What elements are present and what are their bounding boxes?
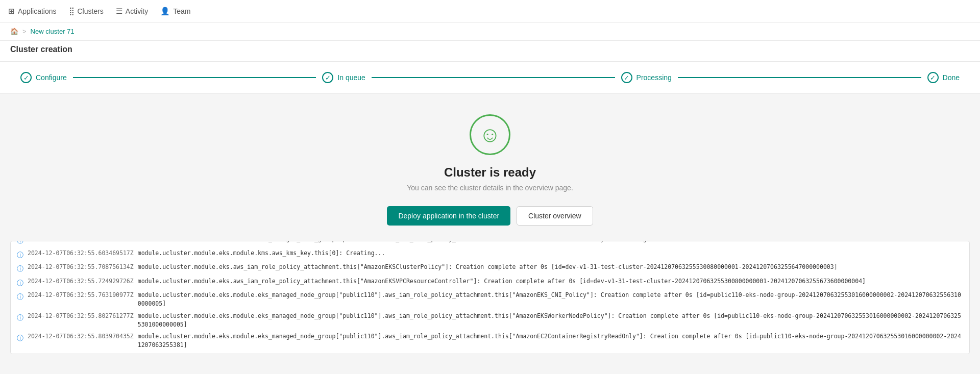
log-area: ⓘ 2024-12-07T06:32:55.559965302Z module.… [10,241,970,354]
clusters-icon: ⣿ [69,7,75,16]
log-message: module.ucluster.module.eks.module.eks_ma… [138,291,963,309]
log-line: ⓘ 2024-12-07T06:32:55.708756134Z module.… [11,261,969,276]
log-line: ⓘ 2024-12-07T06:32:55.600523829Z module.… [11,241,969,247]
log-line: ⓘ 2024-12-07T06:32:55.603469517Z module.… [11,247,969,262]
step-line-2 [372,77,615,78]
stepper: ✓ Configure ✓ In queue ✓ Processing ✓ Do… [0,62,980,94]
log-info-icon: ⓘ [17,313,23,323]
log-info-icon: ⓘ [17,292,23,302]
step-line-1 [73,77,316,78]
nav-team-label: Team [173,7,190,15]
applications-icon: ⊞ [8,7,15,16]
log-info-icon: ⓘ [17,250,23,260]
log-scroll[interactable]: ⓘ 2024-12-07T06:32:55.559965302Z module.… [11,241,969,354]
action-buttons: Deploy application in the cluster Cluste… [387,206,593,226]
activity-icon: ☰ [116,7,122,16]
log-line: ⓘ 2024-12-07T06:32:55.803970435Z module.… [11,331,969,352]
log-timestamp: 2024-12-07T06:32:55.803970435Z [28,332,134,341]
log-timestamp: 2024-12-07T06:32:55.724929726Z [28,277,134,286]
log-message: module.ucluster.module.eks.module.eks_ma… [138,312,963,330]
log-line: ⓘ 2024-12-07T06:32:55.763190977Z module.… [11,289,969,310]
log-timestamp: 2024-12-07T06:32:55.603469517Z [28,249,134,258]
step-configure-label: Configure [36,73,67,82]
breadcrumb-current[interactable]: New cluster 71 [31,28,75,35]
nav-activity-label: Activity [126,7,148,15]
log-line: ⓘ 2024-12-07T06:32:55.724929726Z module.… [11,276,969,290]
log-timestamp: 2024-12-07T06:32:55.600523829Z [28,241,134,243]
step-inqueue: ✓ In queue [322,72,365,83]
log-info-icon: ⓘ [17,278,23,288]
step-done-check: ✓ [927,72,939,83]
cluster-overview-button[interactable]: Cluster overview [517,206,593,226]
breadcrumb: 🏠 > New cluster 71 [0,22,980,41]
deploy-application-button[interactable]: Deploy application in the cluster [387,206,510,226]
log-message: module.ucluster.module.eks.module.eks_ma… [138,332,963,350]
breadcrumb-separator: > [22,28,27,35]
ready-subtitle: You can see the cluster details in the o… [407,184,573,192]
log-timestamp: 2024-12-07T06:32:55.802761277Z [28,312,134,320]
log-info-icon: ⓘ [17,333,23,343]
log-info-icon: ⓘ [17,241,23,246]
ready-icon: ☺ [470,114,510,155]
step-processing: ✓ Processing [621,72,672,83]
step-processing-check: ✓ [621,72,632,83]
step-processing-label: Processing [636,73,672,82]
step-configure-check: ✓ [20,72,32,83]
step-inqueue-check: ✓ [322,72,333,83]
team-icon: 👤 [160,7,170,16]
step-configure: ✓ Configure [20,72,67,83]
log-timestamp: 2024-12-07T06:32:55.763190977Z [28,291,134,300]
nav-clusters[interactable]: ⣿ Clusters [69,1,104,22]
step-inqueue-label: In queue [337,73,365,82]
log-message: module.ucluster.module.eks.aws_iam_role_… [138,277,866,286]
log-timestamp: 2024-12-07T06:32:55.708756134Z [28,263,134,271]
nav-team[interactable]: 👤 Team [160,1,190,22]
main-content: ☺ Cluster is ready You can see the clust… [0,94,980,364]
log-message: module.ucluster.module.eks.aws_iam_role_… [138,263,838,271]
smiley-face: ☺ [479,124,501,145]
log-message: module.ucluster.module.eks.module.eks_ma… [138,241,657,243]
breadcrumb-home[interactable]: 🏠 [10,28,18,35]
log-line: ⓘ 2024-12-07T06:32:55.802761277Z module.… [11,310,969,331]
nav-applications[interactable]: ⊞ Applications [8,1,57,22]
step-line-3 [678,77,921,78]
nav-clusters-label: Clusters [78,7,104,15]
log-info-icon: ⓘ [17,264,23,274]
log-message: module.ucluster.module.eks.module.kms.aw… [138,249,385,258]
nav-applications-label: Applications [18,7,57,15]
top-nav: ⊞ Applications ⣿ Clusters ☰ Activity 👤 T… [0,0,980,22]
nav-activity[interactable]: ☰ Activity [116,1,148,22]
page-title: Cluster creation [0,41,980,62]
step-done-label: Done [943,73,960,82]
step-done: ✓ Done [927,72,960,83]
ready-title: Cluster is ready [444,165,536,180]
